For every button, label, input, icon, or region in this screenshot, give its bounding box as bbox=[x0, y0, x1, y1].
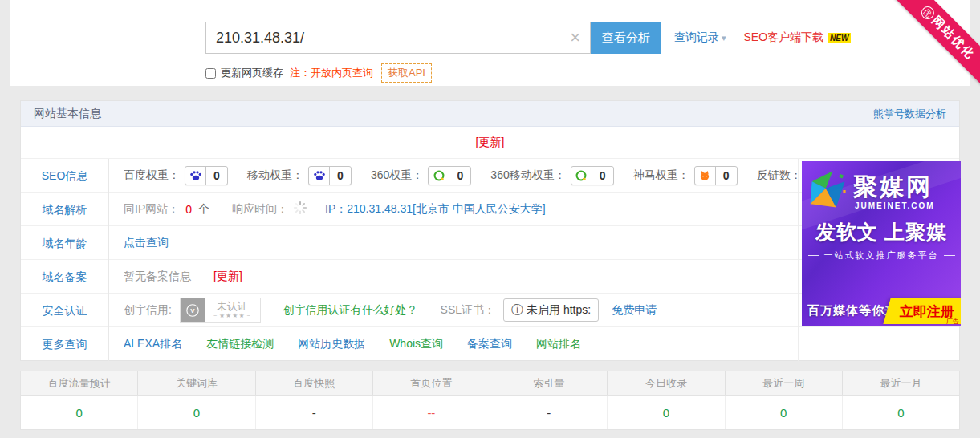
beian-status-text: 暂无备案信息 bbox=[124, 270, 191, 284]
options-row: 更新网页缓存 注：开放内页查询 获取API bbox=[205, 63, 432, 83]
whois-query-link[interactable]: Whois查询 bbox=[389, 337, 443, 351]
so360-weight-group: 360权重： 0 bbox=[371, 166, 471, 185]
so360-mobile-weight-value: 0 bbox=[592, 169, 613, 182]
xiongzhang-data-link[interactable]: 熊掌号数据分析 bbox=[873, 107, 946, 121]
analyze-button[interactable]: 查看分析 bbox=[591, 22, 661, 54]
so360-mobile-weight-label: 360移动权重： bbox=[490, 168, 565, 183]
ssl-status-text: 未启用 https: bbox=[527, 303, 591, 318]
stats-header-baidu-snapshot: 百度快照 bbox=[256, 371, 373, 395]
get-api-button[interactable]: 获取API bbox=[381, 63, 432, 83]
mobile-weight-group: 移动权重： 0 bbox=[247, 166, 352, 185]
update-row: [更新] bbox=[21, 127, 959, 159]
free-apply-link[interactable]: 免费申请 bbox=[612, 303, 657, 318]
stats-value-row: 0 0 - -- - 0 0 0 bbox=[21, 396, 959, 429]
same-ip-unit: 个 bbox=[198, 202, 209, 217]
clear-icon[interactable]: × bbox=[560, 29, 590, 47]
friend-links-check-link[interactable]: 友情链接检测 bbox=[206, 337, 274, 351]
refresh-link[interactable]: [更新] bbox=[476, 136, 505, 150]
new-badge: NEW bbox=[828, 33, 851, 43]
stats-header-index-volume: 索引量 bbox=[490, 371, 608, 395]
jumei-ad-banner[interactable]: 聚媒网 JUMEINET.COM 发软文 上聚媒 一站式软文推广服务平台 百万媒… bbox=[802, 161, 961, 326]
360-logo-icon bbox=[429, 166, 449, 185]
row-label-dns: 域名解析 bbox=[21, 193, 109, 226]
ad-column-divider bbox=[798, 159, 799, 361]
search-input[interactable] bbox=[206, 22, 560, 53]
row-more-queries: 更多查询 ALEXA排名 友情链接检测 网站历史数据 Whois查询 备案查询 … bbox=[21, 327, 959, 361]
ad-subline: 一站式软文推广服务平台 bbox=[802, 249, 961, 262]
stats-table: 百度流量预计 关键词库 百度快照 首页位置 索引量 今日收录 最近一周 最近一月… bbox=[20, 371, 960, 430]
baidu-weight-label: 百度权重： bbox=[124, 168, 180, 183]
site-basic-info-panel: 网站基本信息 熊掌号数据分析 [更新] SEO信息 百度权重： 0 bbox=[20, 100, 960, 361]
shenma-logo-icon bbox=[695, 166, 716, 185]
shenma-weight-value: 0 bbox=[716, 169, 737, 182]
chuangyu-credit-badge[interactable]: V 未认证 －★★★★－ bbox=[180, 298, 261, 323]
stats-header-homepage-position: 首页位置 bbox=[373, 371, 490, 395]
beian-update-link[interactable]: [更新] bbox=[213, 270, 242, 284]
so360-weight-label: 360权重： bbox=[371, 168, 423, 183]
ad-brand-name: 聚媒网 bbox=[853, 171, 933, 204]
baidu-paw-icon bbox=[309, 166, 330, 185]
query-age-link[interactable]: 点击查询 bbox=[124, 236, 169, 250]
ad-domain: JUMEINET.COM bbox=[855, 201, 935, 210]
stats-header-baidu-traffic: 百度流量预计 bbox=[21, 371, 138, 395]
row-content-more: ALEXA排名 友情链接检测 网站历史数据 Whois查询 备案查询 网站排名 bbox=[109, 337, 959, 351]
svg-text:V: V bbox=[190, 307, 195, 314]
row-label-domain-age: 域名年龄 bbox=[21, 226, 109, 260]
baidu-paw-icon bbox=[185, 166, 206, 185]
inner-page-note: 注：开放内页查询 bbox=[290, 66, 373, 80]
so360-weight-badge[interactable]: 0 bbox=[428, 166, 471, 185]
same-ip-count[interactable]: 0 bbox=[185, 203, 192, 216]
ip-location-link[interactable]: IP：210.31.48.31[北京市 中国人民公安大学] bbox=[325, 202, 546, 217]
site-rank-link[interactable]: 网站排名 bbox=[536, 337, 581, 351]
stats-value-today-included[interactable]: 0 bbox=[608, 396, 725, 429]
chuangyu-status: 未认证 －★★★★－ bbox=[205, 301, 260, 319]
row-label-seo: SEO信息 bbox=[21, 159, 109, 193]
mobile-weight-badge[interactable]: 0 bbox=[308, 166, 352, 185]
ad-headline: 发软文 上聚媒 bbox=[802, 219, 961, 245]
unverified-text: 未认证 bbox=[212, 301, 253, 312]
cache-refresh-checkbox[interactable] bbox=[205, 68, 216, 79]
shenma-weight-badge[interactable]: 0 bbox=[694, 166, 738, 185]
stats-value-keywords[interactable]: 0 bbox=[138, 396, 255, 429]
stats-value-last-month[interactable]: 0 bbox=[843, 396, 959, 429]
ad-tag: 广告 bbox=[946, 317, 959, 326]
credit-benefit-link[interactable]: 创宇信用认证有什么好处？ bbox=[283, 303, 418, 318]
site-history-link[interactable]: 网站历史数据 bbox=[298, 337, 365, 351]
backlinks-label: 反链数： bbox=[757, 168, 802, 183]
response-time-label: 响应时间： bbox=[232, 202, 288, 217]
mobile-weight-label: 移动权重： bbox=[247, 168, 303, 183]
baidu-weight-badge[interactable]: 0 bbox=[185, 166, 228, 185]
stats-value-homepage-position: -- bbox=[373, 396, 490, 429]
history-dropdown[interactable]: 查询记录▾ bbox=[674, 30, 726, 45]
chevron-down-icon: ▾ bbox=[722, 33, 726, 43]
panel-title: 网站基本信息 bbox=[34, 107, 101, 121]
stats-header-row: 百度流量预计 关键词库 百度快照 首页位置 索引量 今日收录 最近一周 最近一月 bbox=[21, 371, 959, 396]
beian-query-link[interactable]: 备案查询 bbox=[467, 337, 512, 351]
seo-client-download-link[interactable]: SEO客户端下载 bbox=[744, 30, 824, 45]
stats-header-keywords: 关键词库 bbox=[138, 371, 255, 395]
so360-mobile-weight-group: 360移动权重： 0 bbox=[490, 166, 613, 185]
ssl-cert-label: SSL证书： bbox=[441, 303, 495, 318]
shenma-weight-group: 神马权重： 0 bbox=[633, 166, 738, 185]
site-optimize-ribbon[interactable]: 优网站优化 bbox=[890, 0, 980, 90]
so360-mobile-weight-badge[interactable]: 0 bbox=[571, 166, 614, 185]
loading-spinner-icon bbox=[293, 201, 307, 217]
stats-value-baidu-traffic[interactable]: 0 bbox=[21, 396, 138, 429]
history-label: 查询记录 bbox=[674, 30, 719, 43]
panel-header: 网站基本信息 熊掌号数据分析 bbox=[21, 101, 959, 127]
chuangyu-shield-icon: V bbox=[181, 298, 205, 322]
stats-value-last-week[interactable]: 0 bbox=[726, 396, 843, 429]
360-logo-icon bbox=[571, 166, 592, 185]
alexa-rank-link[interactable]: ALEXA排名 bbox=[124, 337, 182, 351]
info-icon: ⓘ bbox=[511, 302, 523, 318]
cache-refresh-label: 更新网页缓存 bbox=[221, 66, 283, 80]
so360-weight-value: 0 bbox=[449, 169, 470, 182]
shenma-weight-label: 神马权重： bbox=[633, 168, 689, 183]
stats-value-index-volume: - bbox=[490, 396, 608, 429]
row-label-more: 更多查询 bbox=[21, 327, 109, 361]
stats-value-baidu-snapshot: - bbox=[256, 396, 373, 429]
ribbon-label: 网站优化 bbox=[929, 13, 978, 61]
chuangyu-credit-label: 创宇信用: bbox=[124, 303, 172, 318]
mobile-weight-value: 0 bbox=[330, 169, 351, 182]
ssl-status-box: ⓘ 未启用 https: bbox=[503, 298, 599, 322]
